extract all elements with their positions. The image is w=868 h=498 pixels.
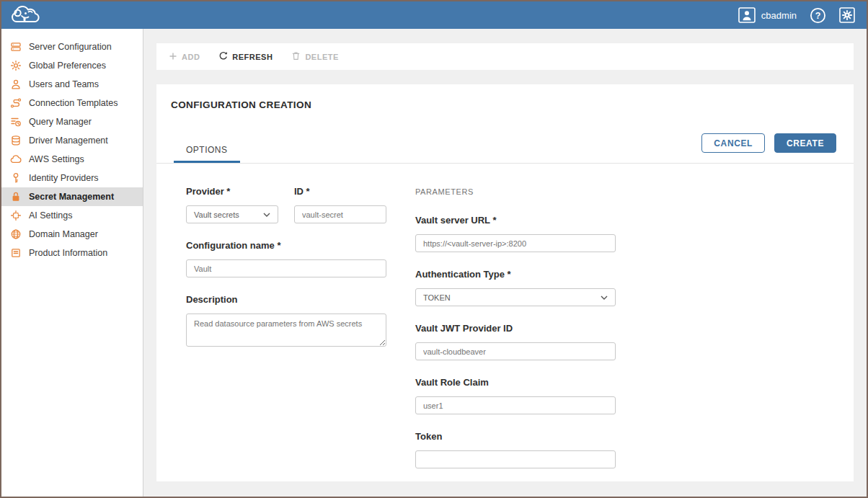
- help-icon[interactable]: ?: [810, 7, 826, 24]
- chip-icon: [10, 210, 22, 221]
- form-left-column: Provider * Vault secrets: [186, 186, 386, 481]
- token-label: Token: [415, 431, 616, 442]
- sidebar-item-secret-management[interactable]: Secret Management: [1, 187, 143, 206]
- gear-icon: [10, 60, 22, 71]
- sidebar-item-identity-providers[interactable]: Identity Providers: [1, 169, 143, 187]
- globe-icon: [10, 228, 22, 240]
- authentication-type-select[interactable]: TOKEN: [415, 288, 616, 306]
- sidebar-item-label: Connection Templates: [29, 98, 118, 108]
- sidebar-item-label: Query Manager: [29, 117, 92, 127]
- user-icon: [10, 79, 22, 90]
- sidebar-item-ai-settings[interactable]: AI Settings: [1, 206, 143, 225]
- description-label: Description: [186, 294, 386, 305]
- sidebar-item-driver-management[interactable]: Driver Management: [1, 131, 143, 150]
- sidebar-item-label: Domain Manager: [29, 229, 98, 239]
- sidebar-item-label: AWS Settings: [29, 154, 84, 164]
- sidebar-item-product-information[interactable]: Product Information: [1, 244, 143, 262]
- user-menu[interactable]: cbadmin: [738, 7, 797, 23]
- settings-icon[interactable]: [839, 7, 855, 23]
- server-icon: [10, 41, 22, 53]
- vault-jwt-provider-id-label: Vault JWT Provider ID: [415, 323, 616, 334]
- chevron-down-icon: [263, 210, 270, 219]
- create-button[interactable]: CREATE: [774, 133, 836, 153]
- sidebar-item-label: Product Information: [29, 248, 107, 258]
- description-textarea[interactable]: Read datasource parameters from AWS secr…: [186, 314, 386, 347]
- token-input[interactable]: [415, 450, 616, 468]
- parameters-heading: PARAMETERS: [415, 187, 616, 196]
- admin-sidebar: Server Configuration Global Preferences: [1, 29, 143, 497]
- sidebar-item-server-configuration[interactable]: Server Configuration: [1, 37, 143, 56]
- vault-jwt-provider-id-input[interactable]: [415, 342, 616, 360]
- sidebar-item-label: Server Configuration: [29, 42, 112, 52]
- sidebar-item-users-and-teams[interactable]: Users and Teams: [1, 75, 143, 94]
- query-history-icon: [10, 116, 22, 128]
- configuration-name-input[interactable]: [186, 259, 386, 277]
- sidebar-item-label: Users and Teams: [29, 79, 99, 89]
- sidebar-item-domain-manager[interactable]: Domain Manager: [1, 225, 143, 244]
- refresh-button[interactable]: REFRESH: [218, 51, 273, 62]
- cancel-button[interactable]: CANCEL: [701, 133, 765, 153]
- sidebar-item-label: AI Settings: [29, 210, 72, 221]
- user-avatar-icon: [738, 7, 756, 23]
- lock-icon: [10, 191, 22, 203]
- trash-icon: [291, 51, 301, 62]
- main-area: ADD REFRESH DELETE: [143, 29, 867, 497]
- vault-server-url-label: Vault server URL *: [415, 215, 616, 226]
- vault-role-claim-label: Vault Role Claim: [415, 377, 616, 388]
- topbar: cbadmin ?: [1, 1, 867, 29]
- sidebar-item-aws-settings[interactable]: AWS Settings: [1, 150, 143, 169]
- sidebar-item-query-manager[interactable]: Query Manager: [1, 112, 143, 131]
- svg-text:?: ?: [815, 11, 821, 21]
- refresh-icon: [218, 51, 228, 62]
- database-icon: [10, 135, 22, 146]
- add-button[interactable]: ADD: [169, 52, 200, 62]
- vault-server-url-input[interactable]: [415, 234, 616, 252]
- plus-icon: [169, 52, 177, 62]
- chevron-down-icon: [601, 293, 608, 302]
- sidebar-item-label: Identity Providers: [29, 173, 99, 183]
- sidebar-item-global-preferences[interactable]: Global Preferences: [1, 56, 143, 75]
- cloud-icon: [10, 154, 22, 165]
- document-icon: [10, 247, 22, 259]
- tab-options[interactable]: OPTIONS: [174, 141, 240, 163]
- key-icon: [10, 172, 22, 184]
- provider-select[interactable]: Vault secrets: [186, 205, 278, 223]
- id-input[interactable]: [294, 205, 386, 223]
- vault-role-claim-input[interactable]: [415, 396, 616, 414]
- sidebar-item-label: Driver Management: [29, 135, 108, 146]
- username-label: cbadmin: [761, 10, 797, 21]
- sidebar-item-label: Secret Management: [29, 192, 114, 202]
- id-label: ID *: [294, 186, 386, 197]
- delete-button[interactable]: DELETE: [291, 51, 338, 62]
- configuration-form: Provider * Vault secrets: [156, 164, 854, 481]
- authentication-type-label: Authentication Type *: [415, 269, 616, 280]
- sidebar-item-connection-templates[interactable]: Connection Templates: [1, 94, 143, 112]
- app-window: cbadmin ?: [0, 0, 868, 498]
- cloudbeaver-logo[interactable]: [9, 4, 42, 26]
- actions-toolbar: ADD REFRESH DELETE: [156, 43, 854, 70]
- provider-label: Provider *: [186, 186, 278, 197]
- page-title: CONFIGURATION CREATION: [171, 99, 839, 110]
- form-right-column: PARAMETERS Vault server URL * Authentica…: [415, 186, 616, 481]
- connection-icon: [10, 97, 22, 109]
- configuration-name-label: Configuration name *: [186, 240, 386, 251]
- configuration-creation-panel: CONFIGURATION CREATION CANCEL CREATE OPT…: [156, 84, 854, 481]
- sidebar-item-label: Global Preferences: [29, 61, 106, 71]
